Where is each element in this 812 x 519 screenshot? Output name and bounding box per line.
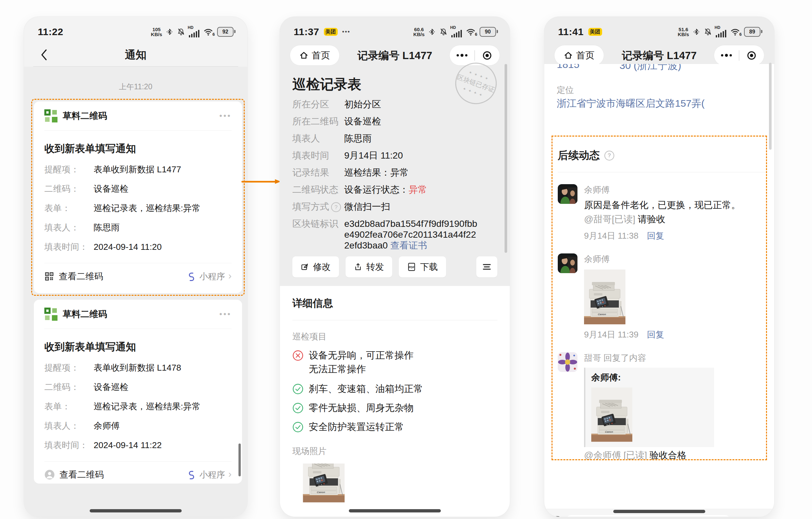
view-qr-link[interactable]: 查看二维码 [59,271,103,282]
svg-text:PDF: PDF [409,266,414,269]
caoliao-qr-logo-icon [45,308,57,321]
pass-icon [292,402,303,414]
more-icon[interactable] [450,45,474,65]
scrollbar[interactable] [238,444,241,476]
status-abnormal: 异常 [409,184,427,195]
field-row: 填表人：陈思雨 [45,222,232,233]
battery-icon: 92 [217,27,234,37]
comment-time: 9月14日 11:38 [584,230,639,242]
followup-section-dashed: 后续动态 ? 余师傅 原因是备件老化，已更换，现已正常。 @甜哥[已读] 请验收… [552,135,767,460]
notification-card[interactable]: 草料二维码 收到新表单填写通知 提醒项：表单收到新数据 L1478 二维码：设备… [34,300,242,484]
comment-photo[interactable] [584,270,626,324]
location-label: 定位 [557,84,574,96]
avatar[interactable] [558,253,577,273]
clipped-phone-fragment: 1815 [557,64,579,72]
photo-label: 现场照片 [292,446,497,457]
detail-section: 详细信息 巡检项目 设备无异响，可正常操作 无法正常操作 刹车、变速箱、油箱均正… [280,286,510,517]
status-bar: 11:22 105KB/s HD 6 92 [24,25,248,39]
notification-title: 收到新表单填写通知 [45,340,232,354]
field-row: 表单：巡检记录表，巡检结果:异常 [45,401,232,412]
bluetooth-icon [428,28,436,36]
wifi-icon: 6 [730,28,741,36]
home-icon [299,51,309,60]
quoted-photo[interactable] [591,387,632,442]
field-row: 所在二维码设备巡检 [292,116,480,127]
clipped-row: 1815 30 (浙江宁波) [544,64,774,74]
back-icon[interactable] [40,49,48,61]
pass-icon [292,422,303,433]
screenshot-canvas: 11:22 105KB/s HD 6 92 通知 上午11:20 [0,0,812,519]
field-row: 表单：巡检记录表，巡检结果:异常 [45,203,232,214]
field-row: 填表人陈思雨 [292,133,480,144]
question-icon[interactable]: ? [331,202,341,212]
quoted-content: 余师傅: [584,368,714,447]
scrollbar[interactable] [769,63,772,150]
miniprogram-link[interactable]: 小程序 › [187,271,232,282]
page-title: 通知 [125,48,146,62]
nav-bar: 首页 记录编号 L1477 [544,45,774,67]
network-speed: 51.6KB/s [678,27,689,37]
avatar[interactable] [558,352,577,372]
phone-notifications: 11:22 105KB/s HD 6 92 通知 上午11:20 [24,17,248,517]
voice-input-icon[interactable] [550,516,564,517]
record-scroll-body: 1815 30 (浙江宁波) 定位 浙江省宁波市海曙区启文路157弄( 后续动态… [544,64,774,517]
bluetooth-icon [693,28,700,36]
close-target-icon[interactable] [475,45,500,65]
home-button[interactable]: 首页 [554,45,604,66]
field-row: 填写方式?微信扫一扫 [292,201,480,212]
view-certificate-link[interactable]: 查看证书 [390,240,427,250]
reply-link[interactable]: 回复 [647,230,664,242]
field-row: 二维码：设备巡检 [45,382,232,393]
group-label: 巡检项目 [292,331,497,342]
clock: 11:37 [294,26,319,37]
clipped-region-fragment: 30 (浙江宁波) [619,64,681,72]
meituan-badge: 美团 [588,28,602,36]
battery-icon: 89 [744,27,760,37]
miniprogram-link[interactable]: 小程序 › [187,469,232,481]
quoted-author: 余师傅: [591,372,708,384]
page-title: 记录编号 L1477 [336,45,454,66]
scrollbar[interactable] [504,64,507,253]
field-row: 二维码状态设备运行状态：异常 [292,184,480,195]
notification-card[interactable]: 草料二维码 收到新表单填写通知 提醒项：表单收到新数据 L1477 二维码：设备… [34,101,242,293]
more-icon[interactable] [220,310,232,319]
edit-button[interactable]: 修改 [292,256,339,277]
menu-button[interactable] [476,256,497,277]
more-icon[interactable] [220,111,232,120]
phone-record-top: 11:37 美团 60.6KB/s HD 6 90 [280,17,510,517]
more-icon[interactable] [714,45,739,65]
comment: 甜哥 回复了内容 余师傅: @余师傅 [已读] 验收合格 9月14日 11:41… [558,352,761,460]
card-header: 草料二维码 [45,300,232,329]
divider [558,172,766,172]
miniprogram-icon [187,272,196,281]
comment-time: 9月14日 11:39 [584,329,639,340]
forward-button[interactable]: 转发 [346,256,392,277]
home-button[interactable]: 首页 [290,45,340,66]
chevron-right-icon: › [228,271,232,281]
close-target-icon[interactable] [740,45,764,65]
location-link[interactable]: 浙江省宁波市海曙区启文路157弄( [557,97,704,110]
comment-composer: @ [544,509,774,517]
signal-icon: HD [451,26,462,37]
check-item-answer: 无法正常操作 [309,363,497,376]
wifi-icon: 6 [203,28,213,36]
qr-link[interactable]: 设备巡检 [344,116,480,127]
reply-link[interactable]: 回复 [647,329,664,340]
view-qr-link[interactable]: 查看二维码 [59,469,104,481]
field-row: 所在分区初始分区 [292,99,480,110]
mention-note: 请验收 [638,214,666,224]
add-icon[interactable] [753,516,767,517]
filler-link[interactable]: 陈思雨 [344,133,480,144]
mute-bell-icon [704,28,712,36]
check-item: 安全防护装置运转正常 [292,421,497,433]
message-time-label: 上午11:20 [24,82,248,92]
site-photo[interactable] [292,463,357,517]
download-button[interactable]: PDF 下载 [399,256,446,277]
comment-input[interactable] [566,515,730,517]
avatar[interactable] [558,184,577,204]
question-icon[interactable]: ? [604,151,614,160]
phone-record-followup: 11:41 美团 51.6KB/s HD 6 89 首页 [544,17,774,517]
bluetooth-icon [166,28,173,36]
comment-text: 原因是备件老化，已更换，现已正常。 [584,199,761,211]
mention-at-icon[interactable]: @ [735,516,749,517]
